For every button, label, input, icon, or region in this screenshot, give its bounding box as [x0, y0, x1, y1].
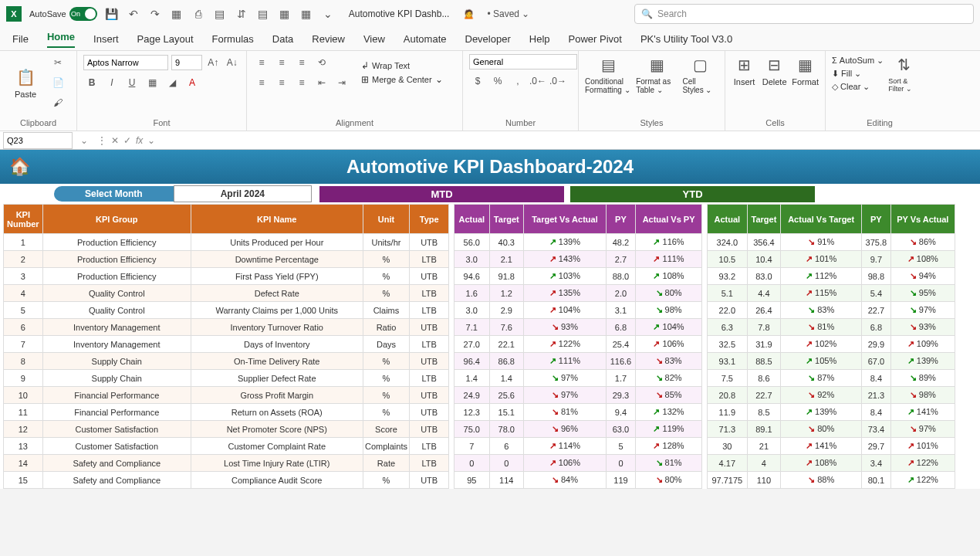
- table-row[interactable]: 3021↗ 141%29.7↗ 101%: [708, 438, 955, 455]
- table-row[interactable]: 1.41.4↘ 97%1.7↘ 82%: [455, 370, 702, 387]
- table-row[interactable]: 96.486.8↗ 111%116.6↘ 83%: [455, 353, 702, 370]
- table-row[interactable]: 12Customer SatisfactionNet Promoter Scor…: [4, 421, 449, 438]
- tab-file[interactable]: File: [12, 33, 29, 45]
- border-icon[interactable]: ▦: [144, 74, 161, 91]
- tab-home[interactable]: Home: [47, 31, 75, 48]
- table-row[interactable]: 00↗ 106%0↘ 81%: [455, 455, 702, 472]
- font-size-select[interactable]: [171, 55, 202, 70]
- table-row[interactable]: 1.61.2↗ 135%2.0↘ 80%: [455, 285, 702, 302]
- table-row[interactable]: 10.510.4↗ 101%9.7↗ 108%: [708, 251, 955, 268]
- align-left-icon[interactable]: ≡: [253, 74, 270, 91]
- table-row[interactable]: 5.14.4↗ 115%5.4↘ 95%: [708, 285, 955, 302]
- tab-power-pivot[interactable]: Power Pivot: [569, 33, 622, 45]
- bold-button[interactable]: B: [83, 74, 100, 91]
- qat-icon[interactable]: ▦: [278, 7, 292, 21]
- table-row[interactable]: 94.691.8↗ 103%88.0↗ 108%: [455, 268, 702, 285]
- table-row[interactable]: 6Inventory ManagementInventory Turnover …: [4, 319, 449, 336]
- merge-center-button[interactable]: ⊞Merge & Center⌄: [361, 74, 443, 85]
- table-row[interactable]: 3.02.9↗ 104%3.1↘ 98%: [455, 302, 702, 319]
- format-as-table-button[interactable]: ▦Format as Table ⌄: [636, 54, 678, 94]
- table-row[interactable]: 9Supply ChainSupplier Defect Rate%LTB: [4, 370, 449, 387]
- table-row[interactable]: 20.822.7↘ 92%21.3↘ 98%: [708, 387, 955, 404]
- qat-icon[interactable]: ▤: [213, 7, 227, 21]
- saved-status[interactable]: • Saved ⌄: [487, 8, 529, 19]
- conditional-formatting-button[interactable]: ▤Conditional Formatting ⌄: [585, 54, 631, 94]
- currency-icon[interactable]: $: [469, 73, 486, 90]
- tab-view[interactable]: View: [363, 33, 385, 45]
- tab-automate[interactable]: Automate: [404, 33, 447, 45]
- insert-button[interactable]: ⊞Insert: [732, 54, 757, 86]
- align-mid-icon[interactable]: ≡: [273, 54, 290, 71]
- table-row[interactable]: 11.98.5↗ 139%8.4↗ 141%: [708, 404, 955, 421]
- table-row[interactable]: 7.17.6↘ 93%6.8↗ 104%: [455, 319, 702, 336]
- table-row[interactable]: 97.7175110↘ 88%80.1↗ 122%: [708, 472, 955, 489]
- qat-icon[interactable]: ▦: [299, 7, 313, 21]
- orientation-icon[interactable]: ⟲: [313, 54, 330, 71]
- cell-styles-button[interactable]: ▢Cell Styles ⌄: [682, 54, 718, 94]
- number-format-select[interactable]: [469, 54, 577, 70]
- copy-icon[interactable]: 📄: [49, 74, 66, 91]
- table-row[interactable]: 4.174↗ 108%3.4↗ 122%: [708, 455, 955, 472]
- decrease-font-icon[interactable]: A↓: [225, 54, 241, 71]
- table-row[interactable]: 22.026.4↘ 83%22.7↘ 97%: [708, 302, 955, 319]
- table-row[interactable]: 76↗ 114%5↗ 128%: [455, 438, 702, 455]
- paste-button[interactable]: 📋 Paste: [6, 66, 45, 99]
- table-row[interactable]: 4Quality ControlDefect Rate%LTB: [4, 285, 449, 302]
- underline-button[interactable]: U: [123, 74, 140, 91]
- tab-data[interactable]: Data: [272, 33, 293, 45]
- tab-developer[interactable]: Developer: [465, 33, 511, 45]
- qat-more-icon[interactable]: ⌄: [321, 7, 335, 21]
- table-row[interactable]: 95114↘ 84%119↘ 80%: [455, 472, 702, 489]
- table-row[interactable]: 3Production EfficiencyFirst Pass Yield (…: [4, 268, 449, 285]
- percent-icon[interactable]: %: [489, 73, 506, 90]
- autosum-button[interactable]: Σ AutoSum ⌄: [832, 56, 884, 66]
- table-row[interactable]: 5Quality ControlWarranty Claims per 1,00…: [4, 302, 449, 319]
- align-bot-icon[interactable]: ≡: [293, 54, 310, 71]
- table-row[interactable]: 2Production EfficiencyDowntime Percentag…: [4, 251, 449, 268]
- font-name-select[interactable]: [83, 55, 168, 70]
- table-row[interactable]: 11Financial PerformanceReturn on Assets …: [4, 404, 449, 421]
- comma-icon[interactable]: ,: [509, 73, 526, 90]
- table-row[interactable]: 7Inventory ManagementDays of InventoryDa…: [4, 336, 449, 353]
- table-row[interactable]: 12.315.1↘ 81%9.4↗ 132%: [455, 404, 702, 421]
- tab-pk-s-utility-tool-v-[interactable]: PK's Utility Tool V3.0: [640, 33, 732, 45]
- tab-review[interactable]: Review: [312, 33, 345, 45]
- table-row[interactable]: 27.022.1↗ 122%25.4↗ 106%: [455, 336, 702, 353]
- table-row[interactable]: 75.078.0↘ 96%63.0↗ 119%: [455, 421, 702, 438]
- fill-color-icon[interactable]: ◢: [164, 74, 181, 91]
- enter-icon[interactable]: ✓: [123, 135, 131, 146]
- table-row[interactable]: 32.531.9↗ 102%29.9↗ 109%: [708, 336, 955, 353]
- table-row[interactable]: 93.188.5↗ 105%67.0↗ 139%: [708, 353, 955, 370]
- table-row[interactable]: 8Supply ChainOn-Time Delivery Rate%UTB: [4, 353, 449, 370]
- tab-page-layout[interactable]: Page Layout: [137, 33, 194, 45]
- qat-icon[interactable]: ⎙: [191, 7, 205, 21]
- tab-formulas[interactable]: Formulas: [212, 33, 254, 45]
- align-right-icon[interactable]: ≡: [293, 74, 310, 91]
- redo-icon[interactable]: ↷: [148, 7, 162, 21]
- cancel-icon[interactable]: ✕: [111, 135, 119, 146]
- qat-icon[interactable]: ▤: [256, 7, 270, 21]
- tab-insert[interactable]: Insert: [93, 33, 119, 45]
- table-row[interactable]: 93.283.0↗ 112%98.8↘ 94%: [708, 268, 955, 285]
- dec-decimal-icon[interactable]: .0→: [549, 73, 566, 90]
- cut-icon[interactable]: ✂: [49, 54, 66, 71]
- table-row[interactable]: 15Safety and ComplianceCompliance Audit …: [4, 472, 449, 489]
- delete-button[interactable]: ⊟Delete: [762, 54, 787, 86]
- indent-inc-icon[interactable]: ⇥: [333, 74, 350, 91]
- name-box[interactable]: [3, 132, 73, 149]
- qat-icon[interactable]: ▦: [170, 7, 184, 21]
- table-row[interactable]: 24.925.6↘ 97%29.3↘ 85%: [455, 387, 702, 404]
- table-row[interactable]: 56.040.3↗ 139%48.2↗ 116%: [455, 234, 702, 251]
- clear-button[interactable]: ◇ Clear ⌄: [832, 82, 884, 92]
- align-top-icon[interactable]: ≡: [253, 54, 270, 71]
- table-row[interactable]: 14Safety and ComplianceLost Time Injury …: [4, 455, 449, 472]
- table-row[interactable]: 10Financial PerformanceGross Profit Marg…: [4, 387, 449, 404]
- month-selector[interactable]: April 2024: [174, 185, 312, 202]
- qat-icon[interactable]: ⇵: [235, 7, 248, 21]
- tab-help[interactable]: Help: [529, 33, 550, 45]
- home-icon[interactable]: 🏠: [9, 157, 30, 177]
- align-center-icon[interactable]: ≡: [273, 74, 290, 91]
- wrap-text-button[interactable]: ↲Wrap Text: [361, 60, 443, 71]
- table-row[interactable]: 6.37.8↘ 81%6.8↘ 93%: [708, 319, 955, 336]
- fill-button[interactable]: ⬇ Fill ⌄: [832, 69, 884, 79]
